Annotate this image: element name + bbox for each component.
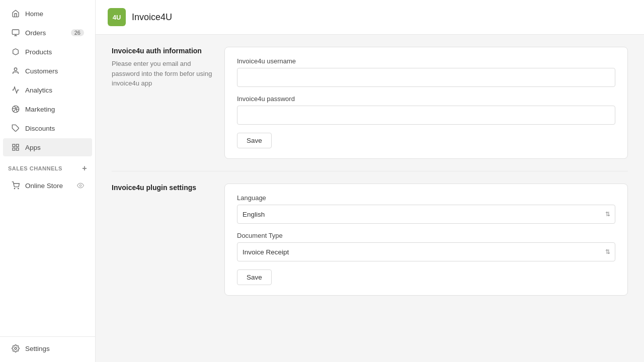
- sidebar-label-discounts: Discounts: [25, 125, 55, 132]
- sidebar-item-orders[interactable]: Orders 26: [3, 24, 92, 42]
- main-content: 4U Invoice4U Invoice4u auth information …: [96, 0, 644, 362]
- auth-save-button[interactable]: Save: [237, 133, 272, 148]
- document-type-select[interactable]: Invoice Receipt Invoice Receipt: [237, 242, 615, 261]
- auth-heading: Invoice4u auth information: [112, 47, 212, 55]
- orders-icon: [11, 28, 20, 37]
- language-select-wrapper: English Spanish French German: [237, 205, 615, 224]
- username-input[interactable]: [237, 68, 615, 87]
- auth-section-label: Invoice4u auth information Please enter …: [112, 47, 212, 159]
- page-content: Invoice4u auth information Please enter …: [96, 35, 644, 320]
- plugin-heading: Invoice4u plugin settings: [112, 184, 212, 192]
- svg-rect-6: [16, 148, 19, 150]
- sidebar-item-marketing[interactable]: Marketing: [3, 100, 92, 118]
- plugin-card: Language English Spanish French German D…: [224, 184, 628, 296]
- plugin-section-label: Invoice4u plugin settings: [112, 184, 212, 296]
- plugin-section-row: Invoice4u plugin settings Language Engli…: [112, 184, 628, 296]
- document-type-select-wrapper: Invoice Receipt Invoice Receipt: [237, 242, 615, 261]
- products-icon: [11, 47, 20, 56]
- sidebar-item-home[interactable]: Home: [3, 5, 92, 23]
- language-group: Language English Spanish French German: [237, 194, 615, 224]
- sales-channels-header: SALES CHANNELS +: [0, 157, 95, 176]
- sidebar-label-analytics: Analytics: [25, 86, 52, 94]
- username-group: Invoice4u username: [237, 57, 615, 87]
- discounts-icon: [11, 124, 20, 133]
- svg-rect-5: [16, 144, 19, 147]
- auth-card: Invoice4u username Invoice4u password Sa…: [224, 47, 628, 159]
- svg-rect-4: [13, 144, 15, 147]
- settings-label: Settings: [25, 345, 50, 352]
- marketing-icon: [11, 105, 20, 114]
- settings-icon: [11, 344, 20, 353]
- sidebar-label-orders: Orders: [25, 29, 46, 37]
- svg-point-1: [14, 68, 17, 70]
- home-icon: [11, 9, 20, 18]
- sales-channels-label: SALES CHANNELS: [8, 165, 62, 171]
- svg-point-10: [79, 185, 82, 187]
- password-group: Invoice4u password: [237, 95, 615, 125]
- svg-rect-0: [12, 30, 19, 34]
- sidebar-item-analytics[interactable]: Analytics: [3, 81, 92, 99]
- auth-section-row: Invoice4u auth information Please enter …: [112, 47, 628, 159]
- customers-icon: [11, 66, 20, 75]
- sidebar-bottom: Settings: [0, 336, 95, 358]
- svg-point-11: [15, 347, 17, 349]
- language-label: Language: [237, 194, 615, 202]
- document-type-label: Document Type: [237, 232, 615, 239]
- sidebar-label-products: Products: [25, 48, 52, 56]
- sidebar-item-discounts[interactable]: Discounts: [3, 119, 92, 137]
- sidebar-item-products[interactable]: Products: [3, 43, 92, 61]
- svg-rect-7: [13, 148, 15, 150]
- plugin-save-button[interactable]: Save: [237, 269, 272, 285]
- online-store-icon: [11, 181, 20, 190]
- language-select[interactable]: English Spanish French German: [237, 205, 615, 224]
- document-type-group: Document Type Invoice Receipt Invoice Re…: [237, 232, 615, 261]
- sidebar-label-marketing: Marketing: [25, 106, 55, 113]
- sidebar-item-customers[interactable]: Customers: [3, 62, 92, 80]
- auth-description: Please enter you email and password into…: [112, 59, 212, 88]
- svg-point-9: [18, 188, 19, 189]
- sidebar: Home Orders 26 Products Customers Analyt…: [0, 0, 96, 362]
- app-title: Invoice4U: [132, 12, 172, 23]
- section-divider: [112, 171, 628, 171]
- sidebar-label-customers: Customers: [25, 67, 58, 75]
- sidebar-label-home: Home: [25, 10, 43, 18]
- add-channel-icon[interactable]: +: [82, 164, 87, 173]
- sidebar-item-online-store[interactable]: Online Store: [3, 176, 92, 195]
- username-label: Invoice4u username: [237, 57, 615, 65]
- app-header: 4U Invoice4U: [96, 0, 644, 35]
- app-logo: 4U: [108, 8, 126, 26]
- online-store-label: Online Store: [25, 182, 63, 190]
- apps-icon: [11, 143, 20, 152]
- orders-badge: 26: [71, 29, 84, 36]
- analytics-icon: [11, 85, 20, 95]
- online-store-eye-icon[interactable]: [77, 182, 84, 189]
- svg-point-8: [14, 188, 15, 189]
- password-input[interactable]: [237, 106, 615, 125]
- sidebar-item-apps[interactable]: Apps: [3, 138, 92, 156]
- sidebar-item-settings[interactable]: Settings: [3, 339, 92, 357]
- sidebar-label-apps: Apps: [25, 144, 41, 151]
- password-label: Invoice4u password: [237, 95, 615, 103]
